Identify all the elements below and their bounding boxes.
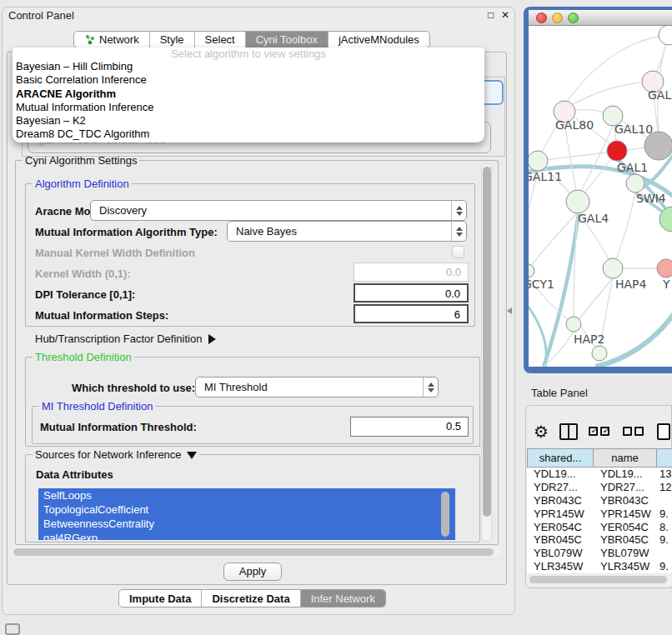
tab-jactivemnodules[interactable]: jActiveMNodules — [328, 32, 429, 48]
node-label-gal4: GAL4 — [578, 212, 609, 225]
manual-kernel-label: Manual Kernel Width Definition — [35, 247, 195, 259]
float-window-icon[interactable]: □ — [488, 9, 494, 21]
network-edge[interactable] — [613, 192, 635, 268]
network-node-hap4[interactable] — [603, 258, 623, 278]
network-node-gal1[interactable] — [607, 141, 627, 161]
network-node-gal11[interactable] — [529, 151, 548, 171]
network-view-canvas[interactable]: GALGAL80GAL10GAL1GAL11SWI4GAL4GCY1HAP4YH… — [529, 26, 672, 367]
dropdown-item-dream8-dc-tdc-algorithm[interactable]: Dream8 DC_TDC Algorithm — [13, 128, 484, 141]
tab-discretize-data[interactable]: Discretize Data — [202, 590, 300, 607]
table-row[interactable]: YDR27...YDR27...12 — [527, 481, 672, 494]
table-cell: 8. — [657, 521, 672, 534]
select-all-columns-icon[interactable] — [589, 424, 612, 439]
tab-network[interactable]: Network — [74, 32, 150, 48]
network-edge[interactable] — [580, 126, 613, 192]
tab-cyni-toolbox[interactable]: Cyni Toolbox — [246, 32, 328, 48]
node-label-gal: GAL — [648, 88, 671, 102]
close-traffic-light-icon[interactable] — [536, 12, 547, 23]
split-view-icon[interactable] — [559, 423, 578, 440]
close-window-icon[interactable]: ✕ — [501, 9, 509, 21]
network-node-y[interactable] — [657, 259, 672, 278]
minimize-traffic-light-icon[interactable] — [552, 12, 563, 23]
algorithm-definition-legend: Algorithm Definition — [33, 178, 132, 190]
column-header-cut[interactable] — [657, 448, 672, 468]
dropdown-item-bayesian-hill-climbing[interactable]: Bayesian – Hill Climbing — [13, 60, 484, 73]
tab-style[interactable]: Style — [150, 32, 195, 48]
settings-vertical-scrollbar-thumb[interactable] — [483, 167, 491, 517]
attributes-scrollbar-thumb[interactable] — [441, 492, 449, 537]
tab-impute-data[interactable]: Impute Data — [119, 590, 202, 607]
gear-icon[interactable]: ⚙ — [534, 422, 549, 441]
aracne-mode-combo[interactable]: Discovery — [90, 200, 467, 221]
tab-label: Infer Network — [311, 592, 375, 605]
network-icon — [84, 34, 95, 45]
mi-steps-label: Mutual Information Steps: — [35, 309, 168, 322]
attribute-item-betweennesscentrality[interactable]: BetweennessCentrality — [38, 517, 455, 531]
which-threshold-combo[interactable]: MI Threshold — [195, 377, 439, 398]
table-cell: 9. — [657, 508, 672, 521]
network-edge[interactable] — [575, 278, 613, 324]
dropdown-item-basic-correlation-inference[interactable]: Basic Correlation Inference — [13, 73, 484, 87]
network-node-swi4[interactable] — [626, 174, 644, 192]
table-row[interactable]: YBL079WYBL079W — [527, 547, 672, 560]
network-node[interactable] — [659, 26, 672, 45]
network-node-hap2[interactable] — [566, 317, 581, 332]
table-cell: 9. — [657, 560, 672, 573]
combo-spinner-icon — [451, 222, 466, 241]
network-edge[interactable] — [529, 301, 546, 367]
manual-kernel-checkbox[interactable] — [452, 246, 464, 258]
settings-horizontal-scrollbar-thumb[interactable] — [13, 548, 494, 556]
network-edge[interactable] — [564, 82, 653, 109]
which-threshold-value: MI Threshold — [196, 381, 423, 393]
deselect-all-columns-icon[interactable] — [623, 424, 646, 439]
tab-label: jActiveMNodules — [339, 33, 419, 46]
dock-icon[interactable] — [5, 623, 20, 635]
control-panel-bottom-tabbar: Impute DataDiscretize DataInfer Network — [118, 589, 386, 608]
tab-infer-network[interactable]: Infer Network — [301, 590, 385, 607]
network-edge[interactable] — [595, 309, 672, 367]
mi-steps-field[interactable]: 6 — [354, 304, 469, 323]
attribute-item-topologicalcoefficient[interactable]: TopologicalCoefficient — [38, 502, 455, 517]
node-label-gal1: GAL1 — [617, 161, 648, 174]
network-node[interactable] — [644, 132, 672, 160]
dropdown-item-aracne-algorithm[interactable]: ARACNE Algorithm — [13, 88, 484, 101]
tab-label: Impute Data — [129, 592, 191, 605]
attribute-item-gal4rgexp[interactable]: gal4RGexp — [38, 531, 455, 540]
column-header-shared[interactable]: shared... — [527, 448, 594, 468]
table-horizontal-scrollbar-thumb[interactable] — [529, 576, 667, 583]
network-window-titlebar[interactable] — [529, 10, 672, 26]
chevron-right-icon — [208, 334, 216, 344]
network-node-gcy1[interactable] — [529, 264, 534, 278]
table-panel-title: Table Panel — [531, 387, 588, 399]
dropdown-item-bayesian-k2[interactable]: Bayesian – K2 — [13, 114, 484, 128]
apply-button[interactable]: Apply — [223, 562, 282, 581]
mi-threshold-legend: MI Threshold Definition — [39, 400, 155, 412]
new-table-icon[interactable] — [657, 423, 670, 440]
table-row[interactable]: YBR045CYBR045C9. — [527, 533, 672, 547]
hub-definition-expander[interactable]: Hub/Transcription Factor Definition — [35, 332, 216, 345]
threshold-definition-legend: Threshold Definition — [33, 351, 134, 363]
table-row[interactable]: YPR145WYPR145W9. — [527, 508, 672, 521]
table-cell: YER054C — [594, 521, 657, 534]
node-label-gal80: GAL80 — [555, 118, 594, 132]
dpi-tolerance-field[interactable]: 0.0 — [354, 283, 469, 302]
sources-legend[interactable]: Sources for Network Inference — [33, 448, 199, 461]
network-node-gal4[interactable] — [566, 190, 589, 213]
panel-resize-handle-icon[interactable] — [507, 308, 512, 314]
network-edge[interactable] — [538, 151, 617, 161]
table-row[interactable]: YDL19...YDL19...13 — [527, 468, 672, 481]
tab-label: Style — [160, 33, 184, 46]
table-cell: YBL079W — [594, 547, 657, 560]
table-row[interactable]: YER054CYER054C8. — [527, 521, 672, 534]
table-row[interactable]: YLR345WYLR345W9. — [527, 560, 672, 573]
table-row[interactable]: YBR043CYBR043C — [527, 494, 672, 508]
mi-threshold-field[interactable]: 0.5 — [350, 417, 469, 437]
attribute-item-selfloops[interactable]: SelfLoops — [38, 488, 455, 502]
dropdown-item-mutual-information-inference[interactable]: Mutual Information Inference — [13, 101, 484, 114]
zoom-traffic-light-icon[interactable] — [568, 12, 579, 23]
column-header-name[interactable]: name — [594, 448, 657, 468]
tab-select[interactable]: Select — [195, 32, 246, 48]
network-node[interactable] — [592, 346, 607, 361]
mi-type-combo[interactable]: Naive Bayes — [227, 221, 467, 242]
combo-spinner-icon — [451, 201, 466, 220]
